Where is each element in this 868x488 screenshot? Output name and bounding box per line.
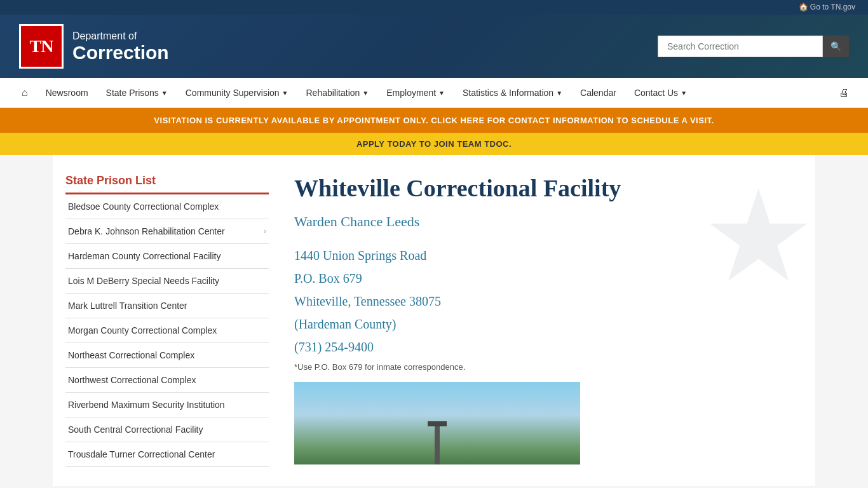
search-input[interactable] [658,36,823,57]
sidebar-link-bledsoe[interactable]: Bledsoe County Correctional Complex [65,194,269,219]
tn-logo[interactable]: TN [19,24,64,69]
nav-rehabilitation[interactable]: Rehabilitation ▼ [297,79,378,107]
sidebar-link-trousdale[interactable]: Trousdale Turner Correctional Center [65,442,269,466]
nav-employment[interactable]: Employment ▼ [377,79,454,107]
list-item: South Central Correctional Facility [65,417,269,442]
main-nav: ⌂ Newsroom State Prisons ▼ Community Sup… [0,78,868,108]
chevron-icon: ▼ [282,90,288,97]
apply-banner[interactable]: APPLY TODAY TO JOIN TEAM TDOC. [0,133,868,155]
address-line-1: 1440 Union Springs Road [294,245,803,266]
chevron-icon: ▼ [681,90,687,97]
list-item: Hardeman County Correctional Facility [65,244,269,269]
warden-name: Warden Chance Leeds [294,214,803,230]
inmate-note: *Use P.O. Box 679 for inmate corresponde… [294,362,803,372]
chevron-icon: ▼ [438,90,445,97]
sidebar-link-northeast[interactable]: Northeast Correctional Complex [65,343,269,367]
address-line-3: Whiteville, Tennessee 38075 [294,291,803,311]
chevron-icon: ▼ [161,90,168,97]
chevron-icon: ▼ [556,90,562,97]
list-item: Debra K. Johnson Rehabilitation Center › [65,219,269,244]
dept-of-label: Department of [72,30,169,42]
sidebar-link-mark[interactable]: Mark Luttrell Transition Center [65,294,269,318]
sidebar-title: State Prison List [65,174,269,187]
search-button[interactable]: 🔍 [823,36,849,57]
sidebar-link-morgan[interactable]: Morgan County Correctional Complex [65,318,269,342]
sidebar: State Prison List Bledsoe County Correct… [65,174,269,467]
print-icon[interactable]: 🖨 [832,81,855,105]
sidebar-list: Bledsoe County Correctional Complex Debr… [65,194,269,467]
site-header: TN Department of Correction 🔍 [0,15,868,78]
detail-area: ★ Whiteville Correctional Facility Warde… [294,174,803,467]
list-item: Northwest Correctional Complex [65,368,269,393]
sidebar-link-hardeman[interactable]: Hardeman County Correctional Facility [65,244,269,268]
nav-home[interactable]: ⌂ [13,78,37,107]
nav-contact[interactable]: Contact Us ▼ [625,79,696,107]
nav-calendar[interactable]: Calendar [571,79,625,107]
list-item: Morgan County Correctional Complex [65,318,269,343]
phone-number: (731) 254-9400 [294,337,803,357]
pole-light [428,421,447,426]
sidebar-link-northwest[interactable]: Northwest Correctional Complex [65,368,269,392]
facility-image [294,382,580,464]
list-item: Northeast Correctional Complex [65,343,269,368]
go-to-tn-link[interactable]: 🏠 Go to TN.gov [799,3,855,11]
search-area: 🔍 [658,36,849,57]
chevron-icon: ▼ [362,90,369,97]
logo-area: TN Department of Correction [19,24,169,69]
list-item: Bledsoe County Correctional Complex [65,194,269,219]
sidebar-link-riverbend[interactable]: Riverbend Maximum Security Institution [65,393,269,417]
sidebar-link-south-central[interactable]: South Central Correctional Facility [65,417,269,442]
list-item: Mark Luttrell Transition Center [65,294,269,318]
nav-state-prisons[interactable]: State Prisons ▼ [97,79,177,107]
address-block: 1440 Union Springs Road P.O. Box 679 Whi… [294,245,803,357]
list-item: Trousdale Turner Correctional Center [65,442,269,467]
main-content: State Prison List Bledsoe County Correct… [53,155,815,486]
list-item: Riverbend Maximum Security Institution [65,393,269,417]
sidebar-link-debra[interactable]: Debra K. Johnson Rehabilitation Center › [65,219,269,243]
facility-title: Whiteville Correctional Facility [294,174,803,203]
nav-community-supervision[interactable]: Community Supervision ▼ [177,79,297,107]
nav-newsroom[interactable]: Newsroom [37,79,97,107]
visitation-banner[interactable]: VISITATION IS CURRENTLY AVAILABLE BY APP… [0,108,868,133]
dept-name: Department of Correction [72,30,169,63]
address-line-2: P.O. Box 679 [294,268,803,288]
dept-correction-label: Correction [72,42,169,63]
address-line-4: (Hardeman County) [294,314,803,334]
list-item: Lois M DeBerry Special Needs Facility [65,269,269,294]
top-bar: 🏠 Go to TN.gov [0,0,868,15]
nav-statistics[interactable]: Statistics & Information ▼ [454,79,571,107]
expand-icon: › [264,227,266,236]
sidebar-link-lois[interactable]: Lois M DeBerry Special Needs Facility [65,269,269,293]
